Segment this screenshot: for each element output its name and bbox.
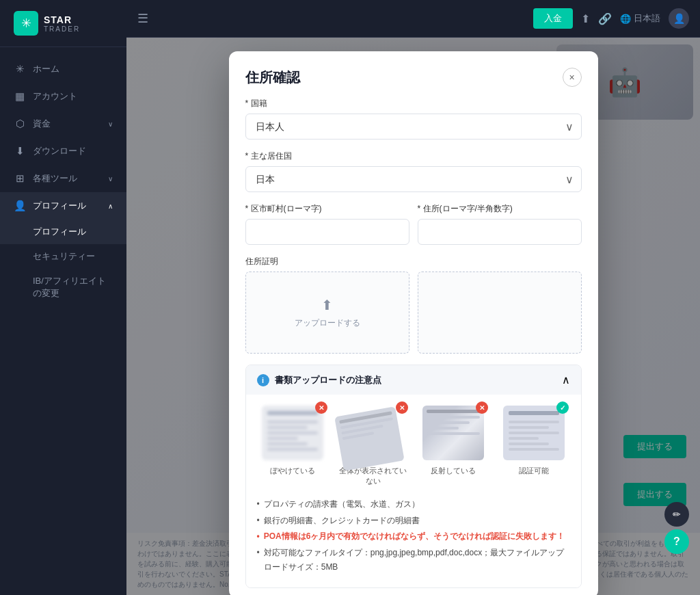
doc-example-valid: ✓ 認証可能	[498, 406, 570, 486]
tools-icon: ⊞	[14, 172, 26, 185]
upload-text: アップロードする	[295, 317, 360, 329]
doc-label-valid: 認証可能	[519, 466, 549, 476]
bullet-dot-0: •	[257, 497, 260, 512]
sidebar-item-label-download: ダウンロード	[33, 145, 86, 157]
doc-thumb-blurred: ✕	[262, 406, 323, 460]
avatar[interactable]: 👤	[669, 8, 689, 29]
doc-status-success-valid: ✓	[556, 401, 569, 414]
logo-title: STAR	[44, 14, 80, 25]
doc-status-error-blurred: ✕	[315, 401, 327, 414]
upload-icon: ⬆	[321, 297, 333, 313]
doc-thumb-partial: ✕	[342, 406, 404, 460]
modal-body: * 国籍 日本人 ∨ * 主な居住国 日本 ∨	[229, 98, 598, 595]
residence-select[interactable]: 日本	[245, 166, 582, 192]
document-examples: ✕ ぼやけている	[257, 406, 570, 486]
sidebar-item-funds[interactable]: ⬡ 資金 ∨	[0, 110, 126, 137]
sidebar-item-account[interactable]: ▦ アカウント	[0, 83, 126, 110]
globe-icon: 🌐	[620, 14, 631, 24]
account-icon: ▦	[14, 90, 26, 103]
doc-status-error-reflected: ✕	[476, 401, 488, 414]
bullet-dot-3: •	[257, 546, 260, 561]
doc-status-error-partial: ✕	[396, 401, 408, 414]
chevron-down-icon-tools: ∨	[108, 175, 113, 183]
help-float-button[interactable]: ?	[664, 529, 689, 554]
language-selector[interactable]: 🌐 日本語	[620, 12, 660, 25]
edit-float-button[interactable]: ✏	[664, 502, 689, 527]
nationality-select[interactable]: 日本人	[245, 114, 582, 140]
logo-text: STAR TRADER	[44, 14, 80, 33]
upload-row: ⬆ アップロードする	[245, 272, 582, 354]
deposit-button[interactable]: 入金	[533, 8, 573, 29]
bullet-item-0: • プロパティの請求書（電気、水道、ガス）	[257, 497, 570, 512]
bullet-item-3: • 対応可能なファイルタイプ：png,jpg,jpeg,bmp,pdf,doc,…	[257, 546, 570, 575]
sidebar-nav: ✳ ホーム ▦ アカウント ⬡ 資金 ∨ ⬇ ダウンロード ⊞ 各種ツール ∨ …	[0, 47, 126, 595]
address-input[interactable]	[418, 219, 582, 245]
sidebar-item-label-tools: 各種ツール	[33, 172, 77, 185]
download-icon: ⬇	[14, 145, 26, 157]
doc-example-reflected: ✕ 反射している	[418, 406, 490, 486]
funds-icon: ⬡	[14, 118, 26, 130]
logo-subtitle: TRADER	[44, 25, 80, 33]
residence-label: * 主な居住国	[245, 150, 582, 162]
sidebar-sub-label-profile: プロフィール	[33, 226, 86, 237]
sidebar-sub-item-ib[interactable]: IB/アフィリエイトの変更	[0, 269, 126, 306]
upload-box-right[interactable]	[418, 272, 582, 354]
sidebar-sub-label-security: セキュリティー	[33, 251, 95, 261]
upload-box-content: ⬆ アップロードする	[295, 297, 360, 329]
bullet-dot-1: •	[257, 514, 260, 529]
sidebar-item-label-account: アカウント	[33, 90, 77, 103]
city-label: * 区市町村(ローマ字)	[245, 203, 409, 215]
sidebar-sub-item-profile-main[interactable]: プロフィール	[0, 220, 126, 244]
modal-close-button[interactable]: ×	[563, 68, 582, 87]
language-label: 日本語	[634, 12, 660, 25]
link-icon[interactable]: 🔗	[598, 12, 612, 25]
sidebar-item-label-funds: 資金	[33, 118, 51, 130]
chevron-down-icon: ∨	[108, 120, 113, 128]
nationality-select-wrapper: 日本人 ∨	[245, 114, 582, 140]
notes-header[interactable]: i 書類アップロードの注意点 ∧	[246, 365, 581, 395]
notes-title: 書類アップロードの注意点	[275, 374, 381, 386]
sidebar-item-label-home: ホーム	[33, 63, 59, 75]
sidebar: ✳ STAR TRADER ✳ ホーム ▦ アカウント ⬡ 資金 ∨ ⬇ ダウン…	[0, 0, 126, 595]
bullet-text-2: POA情報は6ヶ月内で有効でなければならず、そうでなければ認証に失敗します！	[264, 529, 565, 544]
nationality-label: * 国籍	[245, 98, 582, 109]
city-address-row: * 区市町村(ローマ字) * 住所(ローマ字/半角数字)	[245, 203, 582, 256]
proof-label: 住所証明	[245, 256, 582, 267]
modal-dialog: 住所確認 × * 国籍 日本人 ∨ * 主な居住国	[229, 51, 598, 595]
doc-example-blurred: ✕ ぼやけている	[257, 406, 329, 486]
bullet-text-1: 銀行の明細書、クレジットカードの明細書	[264, 514, 420, 529]
city-input[interactable]	[245, 219, 409, 245]
notes-bullets: • プロパティの請求書（電気、水道、ガス） • 銀行の明細書、クレジットカードの…	[257, 497, 570, 575]
doc-label-blurred: ぼやけている	[270, 466, 315, 476]
share-icon[interactable]: ⬆	[581, 12, 590, 25]
sidebar-item-tools[interactable]: ⊞ 各種ツール ∨	[0, 165, 126, 192]
bullet-text-3: 対応可能なファイルタイプ：png,jpg,jpeg,bmp,pdf,doc,do…	[264, 546, 570, 575]
modal-title: 住所確認	[245, 68, 300, 87]
sidebar-sub-label-ib: IB/アフィリエイトの変更	[33, 276, 106, 298]
logo-icon: ✳	[14, 11, 38, 36]
city-group: * 区市町村(ローマ字)	[245, 203, 409, 245]
residence-group: * 主な居住国 日本 ∨	[245, 150, 582, 192]
doc-example-partial: ✕ 全体が表示されていない	[337, 406, 409, 486]
info-icon: i	[257, 374, 269, 386]
sidebar-sub-item-security[interactable]: セキュリティー	[0, 244, 126, 269]
notes-body: ✕ ぼやけている	[246, 395, 581, 587]
main-content: 🤖 提出する 提出する リスク免責事項：差金決済取引（CFD）は複雑な金融商品で…	[126, 38, 700, 595]
menu-icon[interactable]: ☰	[137, 11, 148, 26]
residence-select-wrapper: 日本 ∨	[245, 166, 582, 192]
sidebar-item-download[interactable]: ⬇ ダウンロード	[0, 137, 126, 165]
modal-overlay: 住所確認 × * 国籍 日本人 ∨ * 主な居住国	[126, 38, 700, 595]
home-icon: ✳	[14, 63, 26, 75]
sidebar-item-home[interactable]: ✳ ホーム	[0, 55, 126, 83]
topbar: ☰ 入金 ⬆ 🔗 🌐 日本語 👤	[126, 0, 700, 38]
notes-header-left: i 書類アップロードの注意点	[257, 374, 381, 386]
doc-thumb-reflected: ✕	[422, 406, 484, 460]
bullet-item-2: • POA情報は6ヶ月内で有効でなければならず、そうでなければ認証に失敗します！	[257, 529, 570, 544]
logo-area: ✳ STAR TRADER	[0, 0, 126, 47]
sidebar-item-profile[interactable]: 👤 プロフィール ∧	[0, 192, 126, 220]
bullet-text-0: プロパティの請求書（電気、水道、ガス）	[264, 497, 420, 512]
doc-label-reflected: 反射している	[431, 466, 476, 476]
collapse-icon: ∧	[562, 373, 570, 386]
upload-box-left[interactable]: ⬆ アップロードする	[245, 272, 409, 354]
chevron-up-icon-profile: ∧	[108, 202, 113, 210]
